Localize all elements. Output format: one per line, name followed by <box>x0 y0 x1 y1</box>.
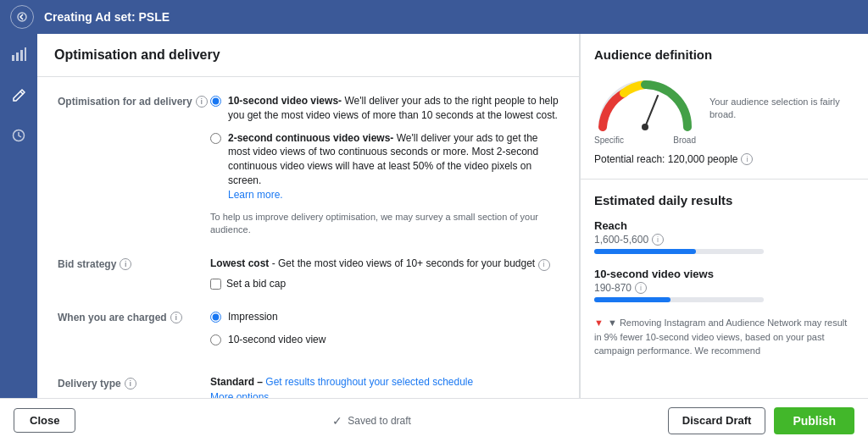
sidebar-icon-analytics[interactable] <box>7 42 31 66</box>
close-button[interactable]: Close <box>14 408 75 433</box>
radio-impression[interactable] <box>210 312 221 323</box>
bid-strategy-text: Lowest cost - Get the most video views o… <box>210 257 559 271</box>
optimisation-label: Optimisation for ad delivery i <box>58 96 210 108</box>
radio-video-view[interactable] <box>210 334 221 345</box>
right-panel: Audience definition <box>580 34 868 398</box>
form-panel: Optimisation and delivery Optimisation f… <box>37 34 580 398</box>
video-views-bar-bg <box>594 297 764 302</box>
right-actions: Discard Draft Publish <box>668 407 854 434</box>
optimisation-options: 10-second video views- We'll deliver you… <box>210 94 559 236</box>
bid-strategy-content: Lowest cost - Get the most video views o… <box>210 257 559 290</box>
audience-section: Audience definition <box>581 34 868 180</box>
warning-text: ▼ ▼ Removing Instagram and Audience Netw… <box>594 316 854 358</box>
bid-strategy-info-icon[interactable]: i <box>120 258 131 270</box>
impression-option[interactable]: Impression <box>210 310 559 324</box>
reach-metric: Reach 1,600-5,600 i <box>594 219 854 254</box>
reach-bar <box>594 249 696 254</box>
back-button[interactable] <box>10 5 34 29</box>
gauge-labels: Specific Broad <box>594 135 696 145</box>
delivery-type-content: Standard – Get results throughout your s… <box>210 376 559 398</box>
svg-point-7 <box>642 124 648 130</box>
form-header: Optimisation and delivery <box>37 34 579 77</box>
svg-rect-4 <box>25 47 26 61</box>
reach-label: Reach <box>594 219 854 232</box>
reach-bar-bg <box>594 249 764 254</box>
section-title: Optimisation and delivery <box>54 47 562 63</box>
bid-cap-checkbox[interactable] <box>210 279 221 290</box>
publish-button[interactable]: Publish <box>774 407 854 434</box>
video-views-label: 10-second video views <box>594 268 854 280</box>
reach-value: 1,600-5,600 i <box>594 234 854 246</box>
audience-desc: Your audience selection is fairly broad. <box>709 96 854 122</box>
svg-line-6 <box>645 96 658 127</box>
delivery-info-icon[interactable]: i <box>125 378 136 390</box>
radio-2sec[interactable] <box>210 133 221 144</box>
checkmark-icon: ✓ <box>332 414 342 428</box>
set-bid-cap-row[interactable]: Set a bid cap <box>210 278 559 290</box>
bid-budget-info-icon[interactable]: i <box>538 259 550 271</box>
delivery-type-label: Delivery type i <box>58 378 210 390</box>
audience-title: Audience definition <box>594 47 854 62</box>
optimisation-info-icon[interactable]: i <box>196 96 208 108</box>
estimated-section: Estimated daily results Reach 1,600-5,60… <box>581 180 868 372</box>
sidebar-icon-edit[interactable] <box>7 83 31 107</box>
video-view-option[interactable]: 10-second video view <box>210 333 559 347</box>
left-sidebar <box>0 34 37 398</box>
delivery-type-text: Standard – Get results throughout your s… <box>210 376 559 388</box>
radio-10sec[interactable] <box>210 96 221 107</box>
survey-note: To help us improve delivery optimisation… <box>210 211 559 237</box>
svg-point-0 <box>18 13 26 21</box>
estimated-title: Estimated daily results <box>594 193 854 207</box>
video-views-value: 190-870 i <box>594 282 854 294</box>
bid-strategy-label: Bid strategy i <box>58 258 210 270</box>
sidebar-icon-schedule[interactable] <box>7 124 31 147</box>
charged-options: Impression 10-second video view <box>210 310 559 356</box>
svg-rect-1 <box>12 55 14 61</box>
potential-reach: Potential reach: 120,000 people i <box>594 153 854 165</box>
option-10sec-video[interactable]: 10-second video views- We'll deliver you… <box>210 94 559 123</box>
more-options-link[interactable]: More options <box>210 391 559 398</box>
reach-info-icon[interactable]: i <box>741 153 753 165</box>
video-views-info-icon[interactable]: i <box>635 282 647 294</box>
gauge-container: Specific Broad Your audience selection i… <box>594 72 854 145</box>
gauge-chart <box>594 72 696 131</box>
page-title: Creating Ad set: PSLE <box>44 10 170 24</box>
when-charged-label: When you are charged i <box>58 312 210 323</box>
svg-rect-2 <box>16 52 19 61</box>
saved-status: ✓ Saved to draft <box>332 414 411 428</box>
video-views-bar <box>594 297 670 302</box>
charged-info-icon[interactable]: i <box>170 312 182 323</box>
svg-rect-3 <box>20 50 23 61</box>
option-2sec-video[interactable]: 2-second continuous video views- We'll d… <box>210 131 559 202</box>
learn-more-link[interactable]: Learn more. <box>228 189 283 201</box>
warning-dot: ▼ <box>594 318 604 328</box>
discard-button[interactable]: Discard Draft <box>668 407 766 434</box>
reach-metric-info-icon[interactable]: i <box>652 234 664 246</box>
bottom-bar: Close ✓ Saved to draft Discard Draft Pub… <box>0 398 868 442</box>
video-views-metric: 10-second video views 190-870 i <box>594 268 854 302</box>
